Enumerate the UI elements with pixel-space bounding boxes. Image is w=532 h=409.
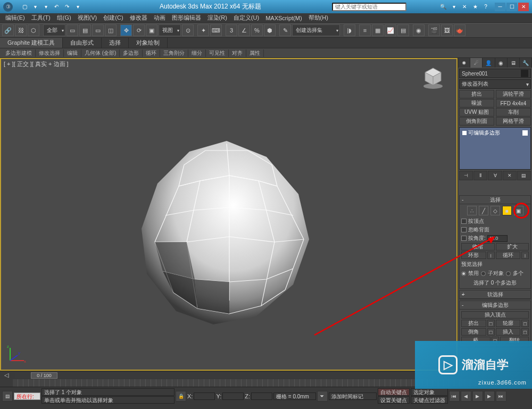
ribbon-panel-props[interactable]: 属性 [246,49,264,57]
selection-filter-dropdown[interactable]: 全部 [43,24,65,36]
mirror-icon[interactable]: |◗ [344,24,355,36]
undo-icon[interactable]: ↶ [52,3,61,11]
close-button[interactable]: ✕ [518,3,529,11]
subobj-vertex-icon[interactable]: ∴ [467,206,477,215]
grow-button[interactable]: 扩大 [496,243,529,251]
angle-snap-icon[interactable]: ∠ [238,24,250,36]
subobj-edge-icon[interactable]: ╱ [479,206,488,215]
ribbon-tab-freeform[interactable]: 自由形式 [63,38,102,48]
ribbon-panel-tris[interactable]: 三角剖分 [160,49,188,57]
ribbon-panel-geom[interactable]: 几何体 (全部) [81,49,120,57]
time-slider-left-icon[interactable]: ◁ [0,372,13,379]
exchange-icon[interactable]: ✕ [460,3,469,11]
stack-show-end-icon[interactable] [522,130,528,136]
menu-rendering[interactable]: 渲染(R) [204,14,230,22]
material-editor-icon[interactable]: ◉ [413,24,425,36]
rollout-soft-selection-header[interactable]: +软选择 [460,290,530,299]
subobj-polygon-icon[interactable]: ■ [502,206,512,215]
outline-button[interactable]: 轮廓 [496,320,521,327]
object-color-swatch[interactable] [521,70,528,77]
inset-settings-icon[interactable]: □ [521,328,529,336]
percent-snap-icon[interactable]: % [251,24,263,36]
z-field[interactable] [251,393,272,400]
manipulate-icon[interactable]: ✦ [197,24,209,36]
extrude-button[interactable]: 挤出 [461,320,486,327]
ref-coord-dropdown[interactable]: 视图 [159,24,181,36]
by-vertex-checkbox[interactable] [461,219,467,224]
ribbon-panel-polygons[interactable]: 多边形 [120,49,143,57]
tab-create-icon[interactable]: ✸ [458,58,470,68]
time-slider-handle[interactable]: 0 / 100 [31,372,57,379]
redo-icon[interactable]: ↷ [63,3,71,11]
menu-group[interactable]: 组(G) [54,14,74,22]
maximize-button[interactable]: ☐ [506,3,517,11]
menu-graph-editors[interactable]: 图形编辑器 [169,14,204,22]
select-object-icon[interactable]: ▭ [66,24,78,36]
move-icon[interactable]: ✥ [120,24,132,36]
keyboard-icon[interactable]: ⌨ [210,24,222,36]
mod-extrude[interactable]: 挤出 [459,90,494,98]
inset-button[interactable]: 插入 [496,328,521,336]
loop-spinner[interactable]: ↕ [521,252,529,259]
ribbon-tab-selection[interactable]: 选择 [102,38,129,48]
menu-views[interactable]: 视图(V) [74,14,101,22]
tab-utilities-icon[interactable]: 🔧 [520,58,532,68]
goto-start-icon[interactable]: ⏮ [449,391,460,402]
save-icon[interactable]: ▾ [41,3,50,11]
snap-toggle-icon[interactable]: 3 [226,24,237,36]
open-icon[interactable]: ▾ [31,3,39,11]
pin-stack-icon[interactable]: ⊣ [459,171,473,180]
mod-uvw[interactable]: UVW 贴图 [459,108,494,116]
prev-frame-icon[interactable]: ◀ [461,391,471,402]
bind-icon[interactable]: ⬡ [28,24,39,36]
ring-button[interactable]: 环形 [461,252,486,259]
menu-animation[interactable]: 动画 [151,14,169,22]
tab-display-icon[interactable]: 🖥 [508,58,520,68]
preview-multi-radio[interactable] [506,271,511,276]
ring-spinner[interactable]: ↕ [487,252,495,259]
y-field[interactable] [222,393,244,400]
favorites-icon[interactable]: ★ [470,3,480,11]
remove-mod-icon[interactable]: ✕ [503,171,517,180]
bevel-settings-icon[interactable]: □ [487,328,495,336]
add-time-tag[interactable]: 添加时间标记 [329,393,377,400]
subobj-element-icon[interactable]: ▣ [514,206,523,215]
minimize-button[interactable]: ─ [495,3,505,11]
new-icon[interactable]: ▢ [20,3,29,11]
tab-hierarchy-icon[interactable]: 👤 [483,58,495,68]
ribbon-panel-poly[interactable]: 多边形建模 [2,49,36,57]
select-by-name-icon[interactable]: ▤ [79,24,91,36]
by-angle-checkbox[interactable] [461,236,467,241]
make-unique-icon[interactable]: ∀ [488,171,502,180]
rollout-edit-polygons-header[interactable]: 编辑多边形 [460,301,530,310]
scale-icon[interactable]: ▣ [146,24,157,36]
ribbon-panel-edit[interactable]: 编辑 [64,49,81,57]
object-name-field[interactable]: Sphere001 [459,69,531,78]
menu-create[interactable]: 创建(C) [100,14,126,22]
menu-modifiers[interactable]: 修改器 [127,14,151,22]
bevel-button[interactable]: 倒角 [461,328,486,336]
ribbon-tab-object-paint[interactable]: 对象绘制 [129,38,168,48]
ribbon-tab-graphite[interactable]: Graphite 建模工具 [0,38,63,48]
angle-spinner[interactable]: 45.0 [487,235,508,242]
render-frame-icon[interactable]: 🖼 [441,24,453,36]
infocenter-search-icon[interactable]: 🔍 [438,3,448,11]
key-filters-button[interactable]: 关键点过滤器 [411,396,448,404]
mod-meshsmooth[interactable]: 网格平滑 [496,117,531,126]
mod-lathe[interactable]: 车削 [496,108,531,116]
extrude-settings-icon[interactable]: □ [487,320,495,327]
spinner-snap-icon[interactable]: ⬢ [264,24,276,36]
insert-vertex-button[interactable]: 插入顶点 [461,311,529,319]
named-selection-dropdown[interactable]: 创建选择集 [292,24,340,36]
menu-maxscript[interactable]: MAXScript(M) [262,15,305,21]
window-crossing-icon[interactable]: ◫ [105,24,117,36]
menu-tools[interactable]: 工具(T) [28,14,54,22]
show-end-icon[interactable]: Ⅱ [473,171,487,180]
setkey-button[interactable]: 设置关键点 [378,396,410,404]
shrink-button[interactable]: 收缩 [461,243,495,251]
ribbon-panel-subdiv[interactable]: 细分 [188,49,206,57]
preview-subobj-radio[interactable] [481,271,486,276]
current-line-field[interactable]: 所在行: [14,393,40,400]
ignore-backfacing-checkbox[interactable] [461,227,467,232]
select-region-icon[interactable]: ▭ [92,24,104,36]
